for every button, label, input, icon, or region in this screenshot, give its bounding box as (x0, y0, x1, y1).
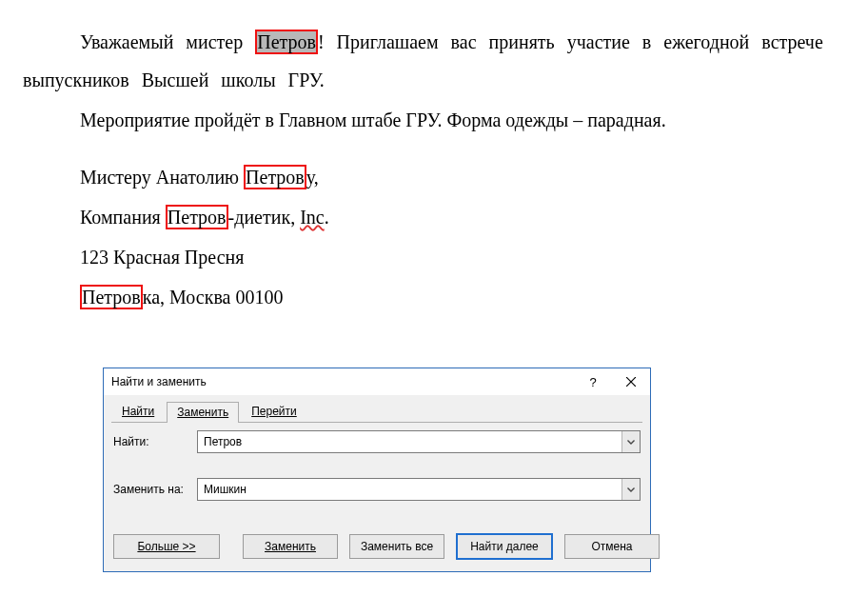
cancel-button[interactable]: Отмена (564, 534, 660, 559)
match-highlight-4: Петров (80, 285, 143, 309)
address-line-4: Петровка, Москва 00100 (80, 278, 845, 316)
match-highlight-1: Петров (255, 30, 318, 54)
find-replace-dialog: Найти и заменить ? Найти Заменить Перейт… (103, 368, 651, 572)
dialog-help-button[interactable]: ? (574, 368, 612, 395)
find-dropdown-button[interactable] (621, 431, 640, 452)
addr1-pre: Мистеру Анатолию (80, 167, 244, 188)
paragraph-2: Мероприятие пройдёт в Главном штабе ГРУ.… (23, 101, 845, 139)
document-body: Уважаемый мистер Петров! Приглашаем вас … (0, 0, 868, 316)
dialog-form: Найти: Заменить на: (104, 423, 650, 501)
addr2-post2: . (325, 207, 329, 228)
addr4-post: ка, Москва 00100 (143, 287, 284, 308)
find-label: Найти: (113, 435, 197, 448)
tab-find[interactable]: Найти (111, 401, 165, 422)
find-combo[interactable] (197, 430, 641, 453)
more-button[interactable]: Больше >> (113, 534, 220, 559)
addr2-post1: -диетик, (228, 207, 301, 228)
dialog-close-button[interactable] (612, 368, 650, 395)
replace-combo[interactable] (197, 478, 641, 501)
match-highlight-3: Петров (166, 205, 228, 229)
address-block: Мистеру Анатолию Петрову, Компания Петро… (80, 158, 845, 316)
address-line-2: Компания Петров-диетик, Inc. (80, 198, 845, 236)
tab-replace[interactable]: Заменить (167, 402, 239, 423)
address-line-1: Мистеру Анатолию Петрову, (80, 158, 845, 196)
p1-pre: Уважаемый мистер (80, 31, 255, 52)
address-line-3: 123 Красная Пресня (80, 238, 845, 276)
dialog-titlebar[interactable]: Найти и заменить ? (104, 368, 650, 395)
dialog-tabs: Найти Заменить Перейти (104, 395, 650, 422)
addr2-inc: Inc (300, 207, 325, 228)
chevron-down-icon (627, 440, 635, 445)
find-input[interactable] (198, 431, 621, 452)
dialog-title: Найти и заменить (111, 375, 574, 388)
addr2-pre: Компания (80, 207, 166, 228)
replace-button[interactable]: Заменить (243, 534, 338, 559)
replace-row: Заменить на: (113, 478, 641, 501)
tab-goto[interactable]: Перейти (241, 401, 307, 422)
replace-dropdown-button[interactable] (621, 479, 640, 500)
paragraph-1: Уважаемый мистер Петров! Приглашаем вас … (23, 23, 845, 99)
find-row: Найти: (113, 430, 641, 453)
match-highlight-2: Петров (244, 165, 306, 189)
replace-input[interactable] (198, 479, 621, 500)
replace-label: Заменить на: (113, 483, 197, 496)
dialog-button-row: Больше >> Заменить Заменить все Найти да… (104, 526, 650, 571)
addr1-post: у, (306, 167, 319, 188)
replace-all-button[interactable]: Заменить все (349, 534, 444, 559)
close-icon (626, 377, 636, 387)
find-next-button[interactable]: Найти далее (456, 533, 553, 560)
chevron-down-icon (627, 487, 635, 492)
p1-match: Петров (257, 31, 316, 52)
